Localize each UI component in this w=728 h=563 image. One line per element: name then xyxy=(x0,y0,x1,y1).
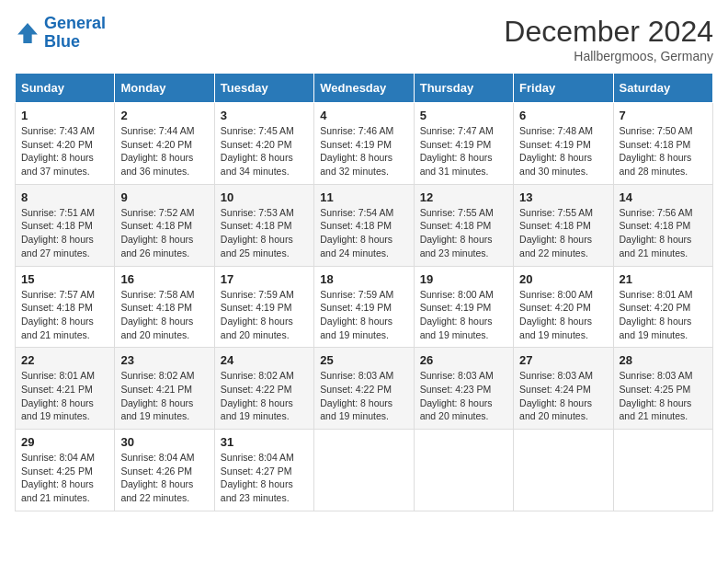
day-detail: Sunrise: 7:57 AM Sunset: 4:18 PM Dayligh… xyxy=(21,288,108,342)
day-detail: Sunrise: 7:55 AM Sunset: 4:18 PM Dayligh… xyxy=(420,206,507,260)
day-number: 13 xyxy=(519,190,607,204)
table-row: 29 Sunrise: 8:04 AM Sunset: 4:25 PM Dayl… xyxy=(16,430,115,511)
table-row: 2 Sunrise: 7:44 AM Sunset: 4:20 PM Dayli… xyxy=(115,103,214,185)
day-number: 19 xyxy=(420,272,507,286)
day-detail: Sunrise: 7:45 AM Sunset: 4:20 PM Dayligh… xyxy=(221,124,308,178)
day-detail: Sunrise: 7:59 AM Sunset: 4:19 PM Dayligh… xyxy=(221,288,308,342)
day-number: 30 xyxy=(120,435,208,449)
table-row: 24 Sunrise: 8:02 AM Sunset: 4:22 PM Dayl… xyxy=(214,348,313,430)
day-number: 2 xyxy=(120,109,208,122)
day-detail: Sunrise: 7:48 AM Sunset: 4:19 PM Dayligh… xyxy=(519,124,607,178)
table-row: 3 Sunrise: 7:45 AM Sunset: 4:20 PM Dayli… xyxy=(214,103,313,185)
table-row: 22 Sunrise: 8:01 AM Sunset: 4:21 PM Dayl… xyxy=(16,348,115,430)
month-title: December 2024 xyxy=(504,15,713,49)
day-number: 27 xyxy=(519,353,607,367)
day-detail: Sunrise: 7:50 AM Sunset: 4:18 PM Dayligh… xyxy=(620,124,707,178)
day-detail: Sunrise: 7:44 AM Sunset: 4:20 PM Dayligh… xyxy=(120,124,208,178)
day-number: 17 xyxy=(221,272,308,286)
logo-icon xyxy=(15,20,40,46)
day-detail: Sunrise: 7:55 AM Sunset: 4:18 PM Dayligh… xyxy=(519,206,607,260)
day-detail: Sunrise: 7:43 AM Sunset: 4:20 PM Dayligh… xyxy=(21,124,108,178)
day-number: 18 xyxy=(320,272,407,286)
day-number: 20 xyxy=(519,272,607,286)
table-row: 5 Sunrise: 7:47 AM Sunset: 4:19 PM Dayli… xyxy=(414,103,513,185)
day-number: 14 xyxy=(620,190,707,204)
calendar-header-row: Sunday Monday Tuesday Wednesday Thursday… xyxy=(16,74,713,103)
day-detail: Sunrise: 7:54 AM Sunset: 4:18 PM Dayligh… xyxy=(320,206,407,260)
day-number: 24 xyxy=(221,353,308,367)
day-detail: Sunrise: 8:02 AM Sunset: 4:21 PM Dayligh… xyxy=(120,369,208,423)
day-detail: Sunrise: 7:59 AM Sunset: 4:19 PM Dayligh… xyxy=(320,288,407,342)
table-row xyxy=(414,430,513,511)
day-number: 10 xyxy=(221,190,308,204)
day-number: 23 xyxy=(120,353,208,367)
day-detail: Sunrise: 7:46 AM Sunset: 4:19 PM Dayligh… xyxy=(320,124,407,178)
header-monday: Monday xyxy=(115,74,214,103)
logo-line2: Blue xyxy=(44,32,80,51)
header-sunday: Sunday xyxy=(16,74,115,103)
day-number: 9 xyxy=(120,190,208,204)
table-row: 25 Sunrise: 8:03 AM Sunset: 4:22 PM Dayl… xyxy=(314,348,414,430)
table-row: 4 Sunrise: 7:46 AM Sunset: 4:19 PM Dayli… xyxy=(314,103,414,185)
svg-marker-0 xyxy=(17,23,38,43)
day-detail: Sunrise: 8:03 AM Sunset: 4:25 PM Dayligh… xyxy=(620,369,707,423)
day-number: 12 xyxy=(420,190,507,204)
page-header: General Blue December 2024 Hallbergmoos,… xyxy=(15,15,713,63)
day-detail: Sunrise: 7:51 AM Sunset: 4:18 PM Dayligh… xyxy=(21,206,108,260)
day-number: 25 xyxy=(320,353,407,367)
day-number: 5 xyxy=(420,109,507,122)
day-number: 28 xyxy=(620,353,707,367)
day-number: 22 xyxy=(21,353,108,367)
table-row: 1 Sunrise: 7:43 AM Sunset: 4:20 PM Dayli… xyxy=(16,103,115,185)
table-row: 27 Sunrise: 8:03 AM Sunset: 4:24 PM Dayl… xyxy=(514,348,613,430)
calendar-table: Sunday Monday Tuesday Wednesday Thursday… xyxy=(15,73,713,511)
table-row: 10 Sunrise: 7:53 AM Sunset: 4:18 PM Dayl… xyxy=(214,184,313,266)
day-number: 6 xyxy=(519,109,607,122)
day-number: 11 xyxy=(320,190,407,204)
table-row: 8 Sunrise: 7:51 AM Sunset: 4:18 PM Dayli… xyxy=(16,184,115,266)
day-number: 29 xyxy=(21,435,108,449)
table-row: 6 Sunrise: 7:48 AM Sunset: 4:19 PM Dayli… xyxy=(514,103,613,185)
table-row: 31 Sunrise: 8:04 AM Sunset: 4:27 PM Dayl… xyxy=(214,430,313,511)
calendar-week-row: 8 Sunrise: 7:51 AM Sunset: 4:18 PM Dayli… xyxy=(16,184,713,266)
day-detail: Sunrise: 8:02 AM Sunset: 4:22 PM Dayligh… xyxy=(221,369,308,423)
day-detail: Sunrise: 8:03 AM Sunset: 4:24 PM Dayligh… xyxy=(519,369,607,423)
day-number: 31 xyxy=(221,435,308,449)
day-detail: Sunrise: 7:53 AM Sunset: 4:18 PM Dayligh… xyxy=(221,206,308,260)
day-detail: Sunrise: 8:01 AM Sunset: 4:20 PM Dayligh… xyxy=(620,288,707,342)
table-row: 7 Sunrise: 7:50 AM Sunset: 4:18 PM Dayli… xyxy=(613,103,712,185)
day-detail: Sunrise: 7:58 AM Sunset: 4:18 PM Dayligh… xyxy=(120,288,208,342)
header-wednesday: Wednesday xyxy=(314,74,414,103)
table-row: 26 Sunrise: 8:03 AM Sunset: 4:23 PM Dayl… xyxy=(414,348,513,430)
day-number: 8 xyxy=(21,190,108,204)
table-row: 17 Sunrise: 7:59 AM Sunset: 4:19 PM Dayl… xyxy=(214,266,313,348)
table-row: 13 Sunrise: 7:55 AM Sunset: 4:18 PM Dayl… xyxy=(514,184,613,266)
logo: General Blue xyxy=(15,15,106,52)
header-friday: Friday xyxy=(514,74,613,103)
location: Hallbergmoos, Germany xyxy=(504,49,713,63)
table-row: 19 Sunrise: 8:00 AM Sunset: 4:19 PM Dayl… xyxy=(414,266,513,348)
calendar-week-row: 29 Sunrise: 8:04 AM Sunset: 4:25 PM Dayl… xyxy=(16,430,713,511)
header-tuesday: Tuesday xyxy=(214,74,313,103)
table-row: 15 Sunrise: 7:57 AM Sunset: 4:18 PM Dayl… xyxy=(16,266,115,348)
day-number: 7 xyxy=(620,109,707,122)
day-detail: Sunrise: 7:47 AM Sunset: 4:19 PM Dayligh… xyxy=(420,124,507,178)
table-row: 21 Sunrise: 8:01 AM Sunset: 4:20 PM Dayl… xyxy=(613,266,712,348)
table-row: 14 Sunrise: 7:56 AM Sunset: 4:18 PM Dayl… xyxy=(613,184,712,266)
day-detail: Sunrise: 7:56 AM Sunset: 4:18 PM Dayligh… xyxy=(620,206,707,260)
table-row: 18 Sunrise: 7:59 AM Sunset: 4:19 PM Dayl… xyxy=(314,266,414,348)
logo-text: General Blue xyxy=(44,15,106,52)
table-row: 11 Sunrise: 7:54 AM Sunset: 4:18 PM Dayl… xyxy=(314,184,414,266)
calendar-week-row: 1 Sunrise: 7:43 AM Sunset: 4:20 PM Dayli… xyxy=(16,103,713,185)
table-row xyxy=(613,430,712,511)
title-area: December 2024 Hallbergmoos, Germany xyxy=(504,15,713,63)
calendar-week-row: 22 Sunrise: 8:01 AM Sunset: 4:21 PM Dayl… xyxy=(16,348,713,430)
table-row: 12 Sunrise: 7:55 AM Sunset: 4:18 PM Dayl… xyxy=(414,184,513,266)
table-row: 9 Sunrise: 7:52 AM Sunset: 4:18 PM Dayli… xyxy=(115,184,214,266)
table-row: 28 Sunrise: 8:03 AM Sunset: 4:25 PM Dayl… xyxy=(613,348,712,430)
logo-line1: General xyxy=(44,14,106,32)
day-detail: Sunrise: 8:00 AM Sunset: 4:19 PM Dayligh… xyxy=(420,288,507,342)
day-number: 4 xyxy=(320,109,407,122)
day-detail: Sunrise: 8:00 AM Sunset: 4:20 PM Dayligh… xyxy=(519,288,607,342)
day-detail: Sunrise: 7:52 AM Sunset: 4:18 PM Dayligh… xyxy=(120,206,208,260)
